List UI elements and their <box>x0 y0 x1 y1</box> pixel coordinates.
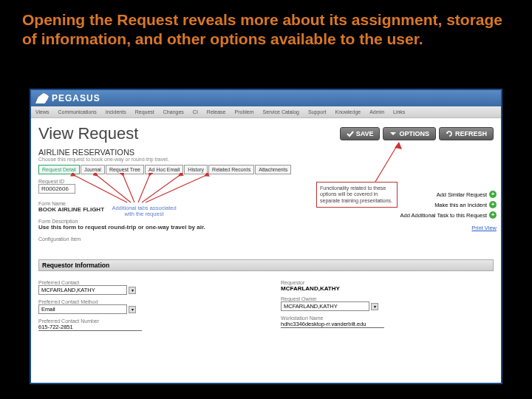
add-similar-request[interactable]: Add Similar Request+ <box>400 191 497 198</box>
options-callout: Functionality related to these options w… <box>316 182 398 208</box>
slide-title: Opening the Request reveals more about i… <box>0 0 532 55</box>
request-id-label: Request ID <box>38 179 494 184</box>
requestor-value: MCFARLAND,KATHY <box>281 285 494 292</box>
tab-request-detail[interactable]: Request Detail <box>38 165 80 174</box>
nav-release[interactable]: Release <box>207 109 226 115</box>
add-task[interactable]: Add Additional Task to this Request+ <box>400 211 497 219</box>
config-item-label: Configuration Item <box>38 236 494 242</box>
lookup-icon[interactable]: ▾ <box>371 303 378 310</box>
tab-attachments[interactable]: Attachments <box>255 165 291 174</box>
nav-links[interactable]: Links <box>393 109 405 115</box>
make-incident[interactable]: Make this an Incident+ <box>400 201 497 208</box>
nav-service-catalog[interactable]: Service Catalog <box>263 109 299 115</box>
nav-communications[interactable]: Communications <box>58 109 97 115</box>
pref-contact-input[interactable]: MCFARLAND,KATHY <box>38 285 127 295</box>
wks-value: hdhc3346desktop-rr.vanderbilt.edu <box>281 321 384 328</box>
refresh-icon <box>446 130 453 137</box>
logo-bar: PEGASUS <box>31 90 501 106</box>
requestor-label: Requestor <box>281 280 494 285</box>
chevron-down-icon <box>389 130 397 137</box>
page-title: View Request <box>38 124 138 143</box>
side-actions: Add Similar Request+ Make this an Incide… <box>400 191 497 234</box>
requestor-info-header: Requestor Information <box>38 259 494 271</box>
nav-request[interactable]: Request <box>135 109 154 115</box>
request-id-value: R0002606 <box>38 184 75 194</box>
nav-incidents[interactable]: Incidents <box>106 109 126 115</box>
nav-ci[interactable]: CI <box>193 109 198 115</box>
pegasus-icon <box>35 93 49 103</box>
check-icon <box>347 130 354 137</box>
pref-num-label: Preferred Contact Number <box>38 318 251 324</box>
pref-num-value: 615-722-2851 <box>38 324 142 331</box>
nav-admin[interactable]: Admin <box>369 109 384 115</box>
pref-contact-label: Preferred Contact <box>38 280 251 285</box>
tab-history[interactable]: History <box>184 165 208 174</box>
lookup-icon[interactable]: ▾ <box>129 287 136 294</box>
nav-views[interactable]: Views <box>35 109 50 115</box>
save-button[interactable]: SAVE <box>340 127 381 140</box>
nav-bar: Views Communications Incidents Request C… <box>31 106 501 118</box>
options-button[interactable]: OPTIONS <box>383 127 436 140</box>
nav-problem[interactable]: Problem <box>235 109 254 115</box>
nav-changes[interactable]: Changes <box>163 109 184 115</box>
app-window: PEGASUS Views Communications Incidents R… <box>30 89 502 384</box>
nav-support[interactable]: Support <box>308 109 327 115</box>
pref-method-select[interactable]: Email <box>38 304 127 314</box>
section-sub: Choose this request to book one-way or r… <box>38 157 494 162</box>
refresh-button[interactable]: REFRESH <box>439 127 494 140</box>
print-view-link[interactable]: Print View <box>471 225 497 231</box>
pref-method-label: Preferred Contact Method <box>38 299 251 304</box>
section-title: AIRLINE RESERVATIONS <box>38 148 494 157</box>
callout-arrow <box>338 140 412 185</box>
wks-label: Workstation Name <box>281 316 494 321</box>
plus-icon: + <box>489 201 497 208</box>
plus-icon: + <box>489 211 497 219</box>
tab-related-records[interactable]: Related Records <box>208 165 254 174</box>
plus-icon: + <box>489 191 497 198</box>
tab-adhoc-email[interactable]: Ad Hoc Email <box>145 165 183 174</box>
tab-journal[interactable]: Journal <box>81 165 105 174</box>
logo-text: PEGASUS <box>52 93 100 103</box>
dropdown-icon[interactable]: ▾ <box>129 306 136 313</box>
tabs: Request Detail Journal Request Tree Ad H… <box>38 165 494 174</box>
tab-request-tree[interactable]: Request Tree <box>106 165 144 174</box>
nav-knowledge[interactable]: Knowledge <box>335 109 361 115</box>
owner-label: Request Owner <box>281 296 494 301</box>
owner-input[interactable]: MCFARLAND,KATHY <box>281 301 369 311</box>
